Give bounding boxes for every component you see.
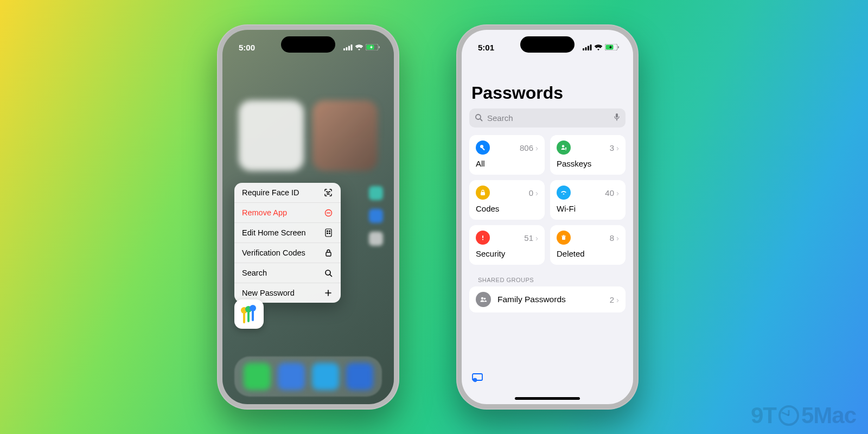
passwords-keys-icon	[240, 305, 258, 323]
svg-line-29	[480, 119, 482, 121]
wifi-icon	[557, 186, 571, 200]
lock-clock-icon	[476, 186, 490, 200]
category-grid: 806› All 3› Passkeys	[469, 135, 626, 265]
card-count: 0	[529, 188, 533, 197]
menu-item-remove-app[interactable]: Remove App	[234, 203, 341, 223]
menu-item-search[interactable]: Search	[234, 263, 341, 283]
home-indicator[interactable]	[515, 397, 580, 400]
card-count: 51	[524, 233, 533, 242]
svg-rect-38	[482, 235, 483, 238]
card-codes[interactable]: 0› Codes	[469, 180, 545, 220]
card-label: All	[476, 159, 538, 168]
chevron-right-icon: ›	[535, 233, 538, 242]
toolbar-credentials-icon[interactable]	[471, 373, 483, 385]
svg-rect-5	[367, 45, 374, 50]
svg-point-7	[327, 192, 327, 192]
trash-icon	[557, 231, 571, 245]
svg-point-14	[327, 233, 328, 234]
chevron-right-icon: ›	[535, 188, 538, 197]
apps-grid-icon	[323, 228, 333, 237]
plus-icon	[323, 289, 333, 297]
row-count: 2	[610, 295, 614, 304]
dock-app-blurred	[346, 363, 373, 390]
exclamation-icon	[476, 231, 490, 245]
svg-rect-3	[351, 44, 353, 50]
group-icon	[476, 292, 491, 307]
chevron-right-icon: ›	[616, 233, 619, 242]
card-all[interactable]: 806› All	[469, 135, 545, 175]
svg-point-8	[329, 192, 330, 192]
cellular-signal-icon	[343, 44, 353, 50]
app-blurred	[369, 232, 383, 246]
svg-rect-42	[563, 235, 565, 235]
chevron-right-icon: ›	[616, 143, 619, 152]
iphone-mockup-left: 5:00 Require Fac	[217, 24, 399, 410]
card-count: 8	[610, 233, 614, 242]
svg-point-39	[482, 239, 483, 240]
svg-rect-21	[583, 48, 584, 50]
svg-point-15	[329, 233, 330, 234]
svg-rect-26	[606, 45, 614, 50]
card-wifi[interactable]: 40› Wi-Fi	[550, 180, 626, 220]
home-screen: 5:00 Require Fac	[222, 30, 394, 404]
menu-item-require-faceid[interactable]: Require Face ID	[234, 183, 341, 203]
card-label: Wi-Fi	[557, 204, 619, 213]
card-deleted[interactable]: 8› Deleted	[550, 225, 626, 265]
card-passkeys[interactable]: 3› Passkeys	[550, 135, 626, 175]
menu-label: Remove App	[242, 208, 287, 217]
clock-icon	[778, 405, 799, 426]
menu-label: Require Face ID	[242, 188, 299, 197]
card-label: Deleted	[557, 249, 619, 258]
search-icon	[475, 113, 483, 123]
microphone-icon[interactable]	[614, 113, 620, 123]
home-widgets	[239, 100, 378, 171]
dynamic-island	[520, 36, 575, 53]
svg-rect-1	[346, 47, 348, 50]
menu-label: Verification Codes	[242, 248, 305, 257]
app-blurred	[369, 186, 383, 200]
dock-app-blurred	[244, 363, 271, 390]
card-count: 40	[605, 188, 614, 197]
menu-label: Search	[242, 269, 267, 277]
section-header-shared-groups: SHARED GROUPS	[478, 277, 617, 283]
menu-item-edit-home-screen[interactable]: Edit Home Screen	[234, 223, 341, 243]
card-security[interactable]: 51› Security	[469, 225, 545, 265]
svg-rect-24	[590, 44, 592, 50]
status-icons	[583, 44, 619, 50]
faceid-icon	[323, 188, 333, 197]
iphone-mockup-right: 5:01 Passwords Search	[456, 24, 639, 410]
svg-rect-36	[565, 149, 566, 150]
watermark-prefix: 9T	[751, 403, 776, 429]
shared-group-row[interactable]: Family Passwords 2›	[469, 286, 626, 312]
lock-icon	[323, 249, 333, 257]
svg-rect-22	[585, 47, 587, 50]
svg-rect-30	[616, 113, 618, 118]
svg-line-18	[330, 275, 332, 277]
status-icons	[343, 44, 380, 50]
svg-rect-40	[562, 237, 565, 240]
home-app-column	[369, 186, 383, 246]
svg-rect-6	[379, 46, 380, 48]
svg-rect-23	[588, 46, 589, 50]
widget-blurred	[239, 100, 304, 171]
remove-circle-icon	[323, 209, 333, 217]
context-menu: Require Face ID Remove App Edit Home Scr…	[234, 183, 341, 303]
status-time: 5:00	[239, 43, 255, 52]
svg-point-12	[327, 231, 328, 232]
svg-rect-2	[348, 46, 350, 50]
page-title: Passwords	[471, 83, 623, 103]
app-blurred	[369, 209, 383, 223]
card-count: 806	[520, 143, 533, 152]
menu-item-verification-codes[interactable]: Verification Codes	[234, 243, 341, 263]
card-label: Codes	[476, 204, 538, 213]
chevron-right-icon: ›	[535, 143, 538, 152]
wifi-icon	[355, 44, 363, 50]
chevron-right-icon: ›	[616, 188, 619, 197]
person-key-icon	[557, 141, 571, 155]
passwords-app-icon[interactable]	[234, 299, 264, 329]
svg-rect-0	[343, 48, 345, 50]
svg-point-13	[329, 231, 330, 232]
watermark-suffix: 5Mac	[801, 403, 856, 429]
search-input[interactable]: Search	[469, 108, 626, 127]
card-label: Passkeys	[557, 159, 619, 168]
